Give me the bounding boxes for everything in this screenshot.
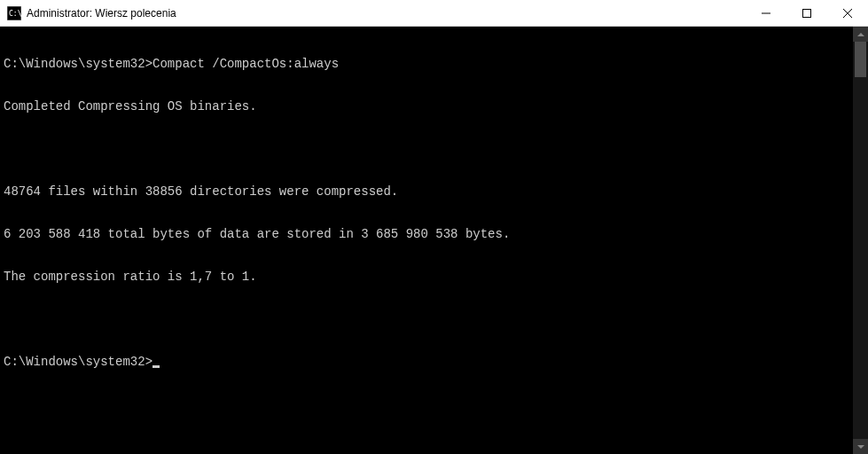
scroll-down-button[interactable] bbox=[853, 439, 868, 454]
close-button[interactable] bbox=[827, 0, 868, 26]
terminal-line: C:\Windows\system32>Compact /CompactOs:a… bbox=[4, 57, 849, 71]
terminal-line: The compression ratio is 1,7 to 1. bbox=[4, 270, 849, 284]
prompt: C:\Windows\system32> bbox=[4, 57, 152, 71]
command: Compact /CompactOs:always bbox=[152, 57, 339, 71]
maximize-button[interactable] bbox=[786, 0, 827, 26]
terminal-line: 48764 files within 38856 directories wer… bbox=[4, 184, 849, 199]
cursor bbox=[152, 365, 160, 368]
terminal-area: C:\Windows\system32>Compact /CompactOs:a… bbox=[0, 27, 868, 454]
chevron-up-icon bbox=[857, 33, 864, 36]
scroll-thumb[interactable] bbox=[855, 42, 866, 77]
svg-rect-3 bbox=[803, 9, 811, 17]
terminal-line bbox=[4, 312, 849, 326]
window-title: Administrator: Wiersz polecenia bbox=[27, 7, 746, 20]
terminal-line: 6 203 588 418 total bytes of data are st… bbox=[4, 227, 849, 241]
terminal-line: C:\Windows\system32> bbox=[4, 355, 849, 369]
window-controls bbox=[746, 0, 868, 26]
minimize-button[interactable] bbox=[746, 0, 786, 26]
chevron-down-icon bbox=[857, 445, 864, 449]
scrollbar[interactable] bbox=[853, 27, 868, 454]
terminal-line bbox=[4, 142, 849, 156]
cmd-icon: C:\ bbox=[7, 6, 21, 20]
prompt: C:\Windows\system32> bbox=[4, 355, 152, 369]
terminal-line: Completed Compressing OS binaries. bbox=[4, 99, 849, 114]
scroll-up-button[interactable] bbox=[853, 27, 868, 42]
terminal-content[interactable]: C:\Windows\system32>Compact /CompactOs:a… bbox=[0, 27, 853, 454]
svg-text:C:\: C:\ bbox=[9, 10, 21, 18]
titlebar: C:\ Administrator: Wiersz polecenia bbox=[0, 0, 868, 27]
